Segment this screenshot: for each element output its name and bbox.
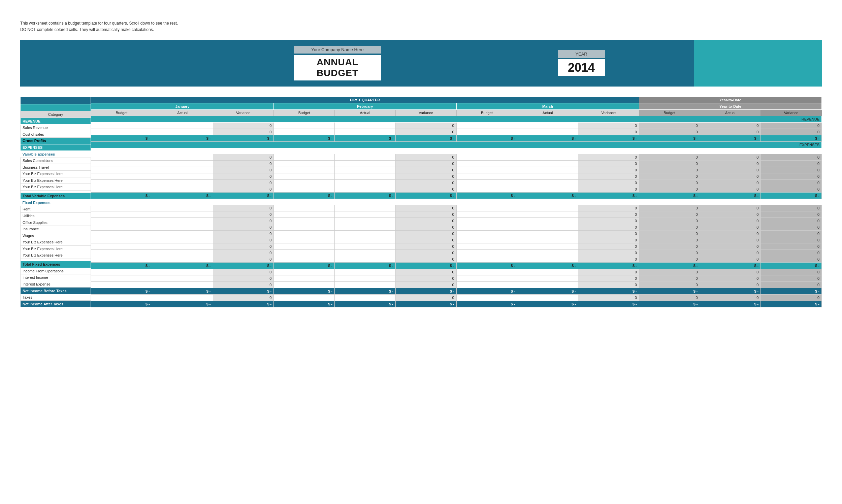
instructions: This worksheet contains a budget templat… [20, 20, 822, 33]
february-header: February [274, 103, 456, 110]
header-accent [694, 40, 822, 87]
net-income-after-taxes-label: Net Income After Taxes [20, 301, 91, 307]
instruction-line1: This worksheet contains a budget templat… [20, 20, 822, 26]
utilities-label: Utilities [20, 213, 91, 219]
feb-actual-header: Actual [335, 110, 396, 116]
insurance-label: Insurance [20, 226, 91, 232]
revenue-section-label: REVENUE [20, 118, 91, 125]
fixed-biz-exp-1-label: Your Biz Expenses Here [20, 239, 91, 246]
sales-commisions-label: Sales Commisions [20, 157, 91, 164]
jan-actual-header: Actual [152, 110, 213, 116]
annual-budget-title: ANNUAL BUDGET [294, 55, 381, 80]
ytd-header: Year-to-Date [639, 97, 822, 103]
ytd-month-header: Year-to-Date [639, 103, 822, 110]
fixed-biz-exp-3-label: Your Biz Expenses Here [20, 252, 91, 259]
expenses-section-label: EXPENSES [20, 144, 91, 151]
biz-exp-1-label: Your Biz Expenses Here [20, 171, 91, 177]
jan-variance-header: Variance [213, 110, 274, 116]
biz-exp-empty-label [20, 190, 91, 193]
office-supplies-label: Office Supplies [20, 219, 91, 226]
ytd-actual-header: Actual [700, 110, 761, 116]
page: This worksheet contains a budget templat… [0, 0, 842, 504]
header-center: Your Company Name Here ANNUAL BUDGET [184, 46, 491, 80]
interest-expense-label: Interest Expense [20, 281, 91, 288]
company-name: Your Company Name Here [294, 46, 381, 54]
total-variable-label: Total Variable Expenses [20, 193, 91, 199]
header-banner: Your Company Name Here ANNUAL BUDGET YEA… [20, 40, 822, 87]
variable-expenses-label: Variable Expenses [20, 151, 91, 158]
ytd-budget-header: Budget [639, 110, 700, 116]
ytd-variance-header: Variance [761, 110, 822, 116]
row-labels-table: Category REVENUE Sales Revenue Cost of s… [20, 97, 91, 307]
feb-budget-header: Budget [274, 110, 335, 116]
mar-variance-header: Variance [578, 110, 639, 116]
interest-income-label: Interest Income [20, 274, 91, 281]
taxes-label: Taxes [20, 294, 91, 301]
biz-exp-3-label: Your Biz Expenses Here [20, 184, 91, 191]
mar-budget-header: Budget [456, 110, 517, 116]
fixed-biz-exp-2-label: Your Biz Expenses Here [20, 246, 91, 252]
instruction-line2: DO NOT complete colored cells. They will… [20, 26, 822, 33]
year-label: YEAR [558, 50, 605, 58]
header-right: YEAR 2014 [504, 50, 658, 76]
year-value: 2014 [558, 59, 605, 76]
data-table-wrap: FIRST QUARTER Year-to-Date January Febru… [91, 97, 822, 307]
budget-layout: Category REVENUE Sales Revenue Cost of s… [20, 97, 822, 307]
business-travel-label: Business Travel [20, 164, 91, 171]
quarter-header: FIRST QUARTER [91, 97, 639, 103]
mar-actual-header: Actual [517, 110, 578, 116]
net-income-before-taxes-label: Net Income Before Taxes [20, 288, 91, 294]
total-fixed-label: Total Fixed Expenses [20, 261, 91, 268]
main-data-table: FIRST QUARTER Year-to-Date January Febru… [91, 97, 822, 307]
wages-label: Wages [20, 232, 91, 239]
feb-variance-header: Variance [395, 110, 456, 116]
cost-of-sales-label: Cost of sales [20, 131, 91, 138]
jan-budget-header: Budget [91, 110, 152, 116]
rent-label: Rent [20, 206, 91, 213]
fixed-expenses-label: Fixed Expenses [20, 199, 91, 206]
gross-profits-label: Gross Profits [20, 138, 91, 144]
income-from-ops-label: Income From Operations [20, 268, 91, 274]
march-header: March [456, 103, 639, 110]
biz-exp-2-label: Your Biz Expenses Here [20, 177, 91, 184]
sales-revenue-label: Sales Revenue [20, 124, 91, 131]
fixed-empty-label [20, 258, 91, 261]
january-header: January [91, 103, 274, 110]
